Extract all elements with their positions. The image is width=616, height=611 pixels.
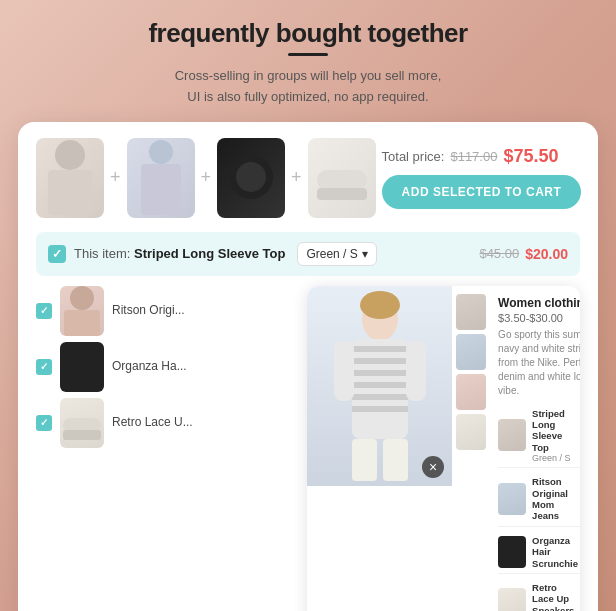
strip-thumb-2[interactable] — [456, 334, 486, 370]
list-item: Retro Lace U... — [36, 398, 297, 448]
plus-2: + — [201, 167, 212, 188]
selected-checkbox[interactable] — [48, 245, 66, 263]
combo-title: Women clothing combo — [498, 296, 580, 310]
total-price-line: Total price: $117.00 $75.50 — [382, 146, 559, 167]
svg-rect-2 — [149, 140, 173, 164]
combo-item-3: Organza Hair Scrunchie − 0 + $5.00 $3.50 — [498, 531, 580, 574]
svg-rect-8 — [70, 286, 94, 310]
svg-rect-3 — [141, 164, 181, 215]
this-item-label: This item: Striped Long Sleeve Top — [74, 246, 285, 261]
item-price-new: $20.00 — [525, 246, 568, 262]
combo-thumb-4 — [498, 588, 526, 611]
thumb-strip — [452, 286, 488, 611]
title-underline — [288, 53, 328, 56]
list-item-label-1: Ritson Origi... — [112, 303, 185, 319]
svg-rect-23 — [406, 341, 426, 401]
svg-point-5 — [236, 162, 266, 192]
list-thumb-2 — [60, 342, 104, 392]
combo-name-4: Retro Lace Up Sneakers — [532, 582, 578, 611]
combo-thumb-1 — [498, 419, 526, 451]
list-checkbox-2[interactable] — [36, 359, 52, 375]
svg-rect-7 — [317, 188, 367, 200]
bottom-section: Ritson Origi... Organza Ha... — [36, 286, 580, 611]
svg-rect-6 — [317, 170, 367, 190]
svg-rect-11 — [63, 418, 101, 432]
svg-rect-12 — [63, 430, 101, 440]
svg-rect-0 — [55, 140, 85, 170]
list-thumb-3 — [60, 398, 104, 448]
total-price-new: $75.50 — [503, 146, 558, 167]
plus-3: + — [291, 167, 302, 188]
list-item: Organza Ha... — [36, 342, 297, 392]
svg-point-14 — [360, 291, 400, 319]
svg-rect-1 — [48, 170, 92, 215]
product-image-area: Women clothing combo $3.50-$30.00 Go spo… — [307, 286, 580, 611]
combo-name-1: Striped Long Sleeve Top — [532, 408, 578, 454]
list-item: Ritson Origi... — [36, 286, 297, 336]
section-subtitle: Cross-selling in groups will help you se… — [18, 66, 598, 108]
svg-rect-19 — [352, 382, 408, 388]
product-info-panel: Women clothing combo $3.50-$30.00 Go spo… — [488, 286, 580, 611]
product-thumb-3 — [217, 138, 285, 218]
combo-info-4: Retro Lace Up Sneakers UK 2 — [532, 582, 578, 611]
svg-rect-18 — [352, 370, 408, 376]
combo-info-3: Organza Hair Scrunchie — [532, 535, 578, 569]
combo-thumb-2 — [498, 483, 526, 515]
item-prices: $45.00 $20.00 — [479, 246, 568, 262]
combo-item-2: Ritson Original Mom Jeans − 0 + $22.00 — [498, 472, 580, 527]
list-thumb-1 — [60, 286, 104, 336]
right-panel: Women clothing combo $3.50-$30.00 Go spo… — [307, 286, 580, 611]
combo-variant-1: Green / S — [532, 453, 578, 463]
section-title: frequently bought together — [18, 18, 598, 49]
total-price-old: $117.00 — [450, 149, 497, 164]
product-thumb-4 — [308, 138, 376, 218]
svg-rect-20 — [352, 394, 408, 400]
variant-select[interactable]: Green / S ▾ — [297, 242, 376, 266]
total-label: Total price: — [382, 149, 445, 164]
add-selected-to-cart-button[interactable]: ADD SELECTED TO CART — [382, 175, 582, 209]
combo-desc: Go sporty this summer with this vintage … — [498, 328, 580, 398]
svg-rect-15 — [352, 339, 408, 439]
combo-price: $3.50-$30.00 — [498, 312, 580, 324]
svg-point-10 — [66, 351, 98, 383]
strip-thumb-4[interactable] — [456, 414, 486, 450]
svg-rect-25 — [383, 439, 408, 481]
combo-name-2: Ritson Original Mom Jeans — [532, 476, 578, 522]
combo-thumb-3 — [498, 536, 526, 568]
price-cart-area: Total price: $117.00 $75.50 ADD SELECTED… — [382, 146, 582, 209]
combo-info-1: Striped Long Sleeve Top Green / S — [532, 408, 578, 464]
plus-1: + — [110, 167, 121, 188]
svg-rect-9 — [64, 310, 100, 336]
svg-rect-22 — [334, 341, 354, 401]
product-main-image — [307, 286, 452, 486]
combo-item-4: Retro Lace Up Sneakers UK 2 − 0 + $45.00 — [498, 578, 580, 611]
strip-thumb-1[interactable] — [456, 294, 486, 330]
combo-items: Striped Long Sleeve Top Green / S − 0 + … — [498, 404, 580, 611]
combo-name-3: Organza Hair Scrunchie — [532, 535, 578, 569]
svg-rect-21 — [352, 406, 408, 412]
list-item-label-3: Retro Lace U... — [112, 415, 193, 431]
products-row: + + + — [36, 138, 580, 218]
svg-rect-17 — [352, 358, 408, 364]
selected-item-row: This item: Striped Long Sleeve Top Green… — [36, 232, 580, 276]
strip-thumb-3[interactable] — [456, 374, 486, 410]
product-thumb-1 — [36, 138, 104, 218]
combo-info-2: Ritson Original Mom Jeans — [532, 476, 578, 522]
product-thumb-2 — [127, 138, 195, 218]
item-price-old: $45.00 — [479, 246, 519, 261]
close-button[interactable] — [422, 456, 444, 478]
list-checkbox-1[interactable] — [36, 303, 52, 319]
svg-rect-24 — [352, 439, 377, 481]
left-items: Ritson Origi... Organza Ha... — [36, 286, 297, 611]
main-card: + + + — [18, 122, 598, 611]
combo-item-1: Striped Long Sleeve Top Green / S − 0 + … — [498, 404, 580, 469]
list-item-label-2: Organza Ha... — [112, 359, 187, 375]
svg-rect-16 — [352, 346, 408, 352]
list-checkbox-3[interactable] — [36, 415, 52, 431]
